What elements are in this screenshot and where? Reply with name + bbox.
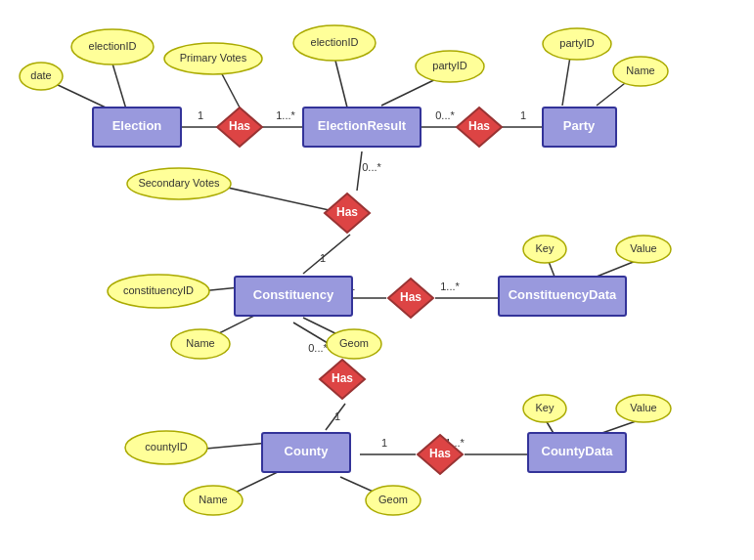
attr-election-electionid-label: electionID xyxy=(89,40,137,52)
card-has3-top: 0...* xyxy=(362,161,381,173)
attr-party-name-label: Name xyxy=(626,65,654,76)
line-date-election xyxy=(54,83,106,108)
entity-election-label: Election xyxy=(112,118,162,133)
card-has5-top: 0...* xyxy=(308,342,328,354)
attr-has1-primaryvotes-label: Primary Votes xyxy=(180,52,247,64)
attr-electionresult-electionid-label: electionID xyxy=(311,36,359,48)
card-has3-bottom: 1 xyxy=(320,252,326,264)
attr-constituencydata-key-label: Key xyxy=(536,242,554,254)
attr-constituency-name-label: Name xyxy=(186,337,214,349)
er-diagram: 1 1...* 0...* 1 0...* 1 1 1...* 0...* 1 … xyxy=(0,0,754,560)
rel-has6-label: Has xyxy=(429,447,451,460)
rel-has4-label: Has xyxy=(400,290,421,304)
card-has6-left: 1 xyxy=(381,437,387,449)
attr-electionresult-partyid-label: partyID xyxy=(432,60,467,71)
rel-has2-label: Has xyxy=(468,119,490,133)
attr-county-countyid-label: countyID xyxy=(145,441,187,452)
entity-countydata-label: CountyData xyxy=(542,444,614,458)
entity-constituencydata-label: ConstituencyData xyxy=(509,287,617,302)
line-party-partyid xyxy=(562,57,570,106)
attr-county-geom-label: Geom xyxy=(378,494,408,505)
attr-constituency-constituencyid-label: constituencyID xyxy=(123,284,194,296)
attr-constituencydata-value-label: Value xyxy=(630,242,656,254)
rel-has5-label: Has xyxy=(332,371,353,385)
line-has3-secondaryvotes xyxy=(210,184,342,213)
card-has5-bottom: 1 xyxy=(334,410,340,422)
attr-election-date-label: date xyxy=(30,69,51,81)
attr-has3-secondaryvotes-label: Secondary Votes xyxy=(138,177,220,189)
rel-has3-label: Has xyxy=(336,205,358,219)
line-electionresult-electionid xyxy=(334,57,347,108)
card-election-has1-left: 1 xyxy=(198,109,203,121)
line-electionid-election xyxy=(112,64,127,112)
line-has3-constituency xyxy=(303,235,350,274)
entity-electionresult-label: ElectionResult xyxy=(318,118,407,133)
line-has1-primaryvotes xyxy=(220,70,240,108)
attr-countydata-value-label: Value xyxy=(630,402,656,413)
attr-constituency-geom-label: Geom xyxy=(339,337,369,349)
entity-constituency-label: Constituency xyxy=(253,287,334,302)
entity-party-label: Party xyxy=(563,118,596,133)
card-has2-left: 0...* xyxy=(435,109,455,121)
card-has2-right: 1 xyxy=(520,109,526,121)
attr-party-partyid-label: partyID xyxy=(559,37,595,49)
rel-has1-label: Has xyxy=(229,119,250,133)
attr-county-name-label: Name xyxy=(199,494,227,505)
attr-countydata-key-label: Key xyxy=(536,402,554,413)
card-election-has1-right: 1...* xyxy=(276,109,295,121)
entity-county-label: County xyxy=(285,444,330,458)
card-has4-right: 1...* xyxy=(440,280,460,292)
